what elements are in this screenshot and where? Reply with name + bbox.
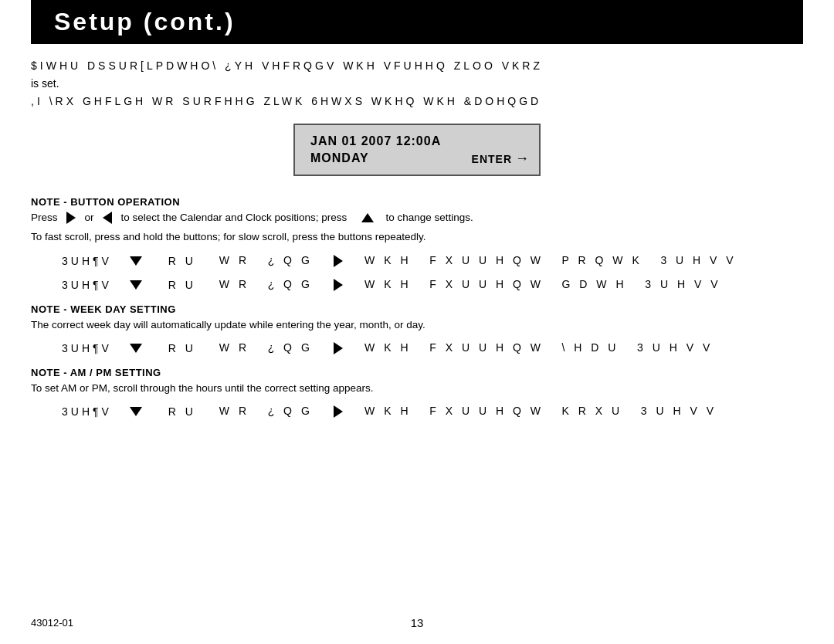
note-button-line2: To fast scroll, press and hold the butto… — [31, 229, 803, 246]
or-label-year: R U — [168, 342, 196, 354]
calendar-display-wrapper: JAN 01 2007 12:00A MONDAY ENTER → — [31, 124, 803, 176]
to-label-year: W R ¿ Q G W K H F X U U H Q W \ H D U 3 … — [219, 341, 714, 354]
page-header: Setup (cont.) — [31, 0, 803, 44]
press-label-year: 3UH¶V — [62, 342, 145, 354]
enter-label: ENTER — [472, 153, 512, 165]
right-arrow-month — [334, 255, 343, 267]
instruction-row-year: 3UH¶V R U W R ¿ Q G W K H F X U U H Q W … — [62, 341, 803, 354]
note-weekday-label: NOTE - WEEK DAY SETTING — [31, 303, 803, 315]
press-label-hour: 3UH¶V — [62, 405, 145, 418]
footer-page-number: 13 — [411, 616, 424, 629]
instruction-row-date: 3UH¶V R U W R ¿ Q G W K H F X U U H Q W … — [62, 278, 803, 291]
to-label-date: W R ¿ Q G W K H F X U U H Q W G D W H 3 … — [219, 278, 721, 291]
down-arrow-month — [130, 256, 142, 266]
footer: 43012-01 13 — [31, 617, 803, 629]
enter-button[interactable]: ENTER → — [472, 151, 530, 167]
enter-arrow-icon: → — [515, 151, 530, 167]
calendar-date: JAN 01 2007 12:00A — [310, 134, 516, 148]
note-button-label: NOTE - BUTTON OPERATION — [31, 196, 803, 208]
instruction-row-month: 3UH¶V R U W R ¿ Q G W K H F X U U H Q W … — [62, 254, 803, 267]
encoded-text-2: ,I \RX GHFLGH WR SURFHHG ZLWK 6HWXS WKHQ… — [31, 93, 803, 110]
down-arrow-hour — [130, 407, 142, 416]
right-arrow-year — [334, 342, 343, 354]
note-button-line1: Press or to select the Calendar and Cloc… — [31, 209, 803, 227]
right-arrow-hour — [334, 405, 343, 418]
note-weekday-text: The correct week day will automatically … — [31, 317, 803, 334]
left-arrow-icon — [103, 212, 112, 224]
or-label-date: R U — [168, 279, 196, 291]
footer-left: 43012-01 — [31, 617, 73, 629]
right-arrow-date — [334, 279, 343, 291]
press-label-month: 3UH¶V — [62, 255, 145, 267]
note-ampm-label: NOTE - AM / PM SETTING — [31, 367, 803, 378]
right-arrow-icon — [66, 212, 76, 224]
instruction-row-hour: 3UH¶V R U W R ¿ Q G W K H F X U U H Q W … — [62, 405, 803, 418]
or-label-hour: R U — [168, 405, 196, 418]
note-ampm-text: To set AM or PM, scroll through the hour… — [31, 380, 803, 397]
down-arrow-year — [130, 344, 142, 353]
to-label-hour: W R ¿ Q G W K H F X U U H Q W K R X U 3 … — [219, 405, 717, 418]
encoded-text-1: $IWHU DSSUR[LPDWHO\ ¿YH VHFRQGV WKH VFUH… — [31, 58, 803, 74]
or-label-month: R U — [168, 255, 196, 267]
up-arrow-icon — [361, 213, 374, 222]
down-arrow-date — [130, 280, 142, 290]
normal-text-1: is set. — [31, 76, 803, 92]
press-label-date: 3UH¶V — [62, 279, 145, 291]
to-label-month: W R ¿ Q G W K H F X U U H Q W P R Q W K … — [219, 254, 737, 267]
calendar-box: JAN 01 2007 12:00A MONDAY ENTER → — [293, 124, 541, 176]
